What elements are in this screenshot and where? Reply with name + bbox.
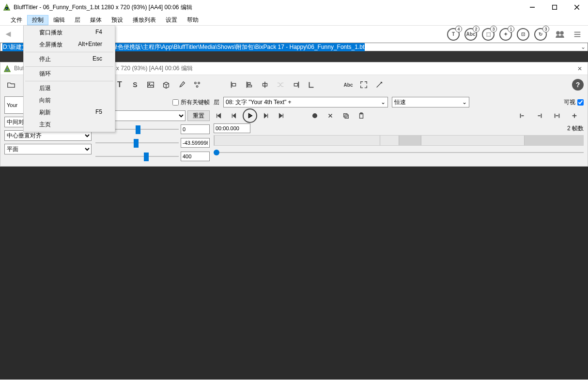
marker-range-icon[interactable] (552, 110, 562, 121)
marker-start-icon[interactable] (517, 110, 527, 121)
svg-rect-34 (345, 115, 348, 118)
plane-select[interactable]: 平面 (4, 144, 92, 154)
badge-rotate[interactable]: ↻3 (533, 27, 548, 42)
menu-playlist[interactable]: 播放列表 (128, 15, 161, 25)
reset-button[interactable]: 重置 (187, 110, 210, 121)
menu-settings[interactable]: 设置 (161, 15, 182, 25)
svg-point-1 (6, 7, 8, 9)
copy-icon[interactable] (340, 110, 351, 121)
users-icon[interactable] (553, 28, 567, 41)
cube-icon[interactable] (159, 78, 173, 92)
align-center-icon[interactable] (258, 78, 272, 92)
align-left2-icon[interactable] (243, 78, 256, 92)
frame-count: 2 帧数 (567, 124, 584, 133)
particles-icon[interactable] (190, 78, 204, 92)
menu-bar: 文件 控制 编辑 层 媒体 预设 播放列表 设置 帮助 (0, 15, 588, 25)
menu-forward[interactable]: 向前 (25, 94, 114, 107)
align-right-icon[interactable] (289, 78, 303, 92)
z-slider[interactable] (95, 152, 179, 161)
svg-rect-26 (248, 83, 250, 85)
align-l-icon[interactable] (305, 78, 318, 92)
menu-back[interactable]: 后退 (25, 82, 114, 94)
svg-point-6 (557, 31, 559, 34)
marker-center-icon[interactable] (569, 110, 580, 121)
svg-rect-18 (148, 82, 154, 88)
y-slider[interactable] (95, 138, 179, 148)
paste-icon[interactable] (356, 110, 367, 121)
menu-stop[interactable]: 停止Esc (25, 53, 114, 65)
panel-close-icon[interactable]: ✕ (575, 65, 585, 72)
list-icon[interactable] (571, 28, 584, 41)
menu-control[interactable]: 控制 (27, 15, 48, 25)
minimize-button[interactable] (521, 0, 543, 15)
text-s-icon[interactable]: S (128, 78, 142, 92)
x-value[interactable] (181, 124, 210, 134)
badge-image[interactable]: ⬚3 (480, 27, 496, 42)
eyedropper-icon[interactable] (175, 78, 188, 92)
prev-frame-icon[interactable] (228, 110, 239, 121)
open-icon[interactable] (4, 78, 18, 92)
menu-separator (25, 81, 113, 81)
menu-window-play[interactable]: 窗口播放F4 (25, 27, 114, 39)
badge-text[interactable]: T4 (446, 27, 461, 42)
menu-file[interactable]: 文件 (6, 15, 27, 25)
badge-effect[interactable]: ✦1 (498, 27, 513, 42)
z-value[interactable] (181, 152, 210, 161)
title-bar: BluffTitler - 06_Funny_Fonts_1.bt 1280 x… (0, 0, 588, 15)
svg-rect-3 (553, 5, 557, 10)
speed-select[interactable]: 恒速⌄ (392, 97, 469, 107)
window-title: BluffTitler - 06_Funny_Fonts_1.bt 1280 x… (14, 3, 521, 12)
align-left-icon[interactable] (227, 78, 241, 92)
timeline[interactable] (214, 135, 584, 146)
svg-point-22 (196, 86, 198, 88)
menu-preset[interactable]: 预设 (107, 15, 128, 25)
app-logo-icon (3, 3, 11, 11)
preview-viewport[interactable] (0, 167, 588, 380)
layer-select[interactable]: 08: 文字 "Your 4th Text" +⌄ (223, 97, 388, 107)
align-shuffle-icon[interactable] (274, 78, 287, 92)
delete-key-icon[interactable] (325, 110, 336, 121)
control-menu-dropdown: 窗口播放F4 全屏播放Alt+Enter 停止Esc 循环 后退 向前 刷新F5… (23, 25, 115, 132)
next-frame-icon[interactable] (261, 110, 272, 121)
menu-help[interactable]: 帮助 (182, 15, 203, 25)
svg-point-12 (6, 69, 8, 71)
menu-separator (25, 66, 113, 67)
image-icon[interactable] (144, 78, 157, 92)
first-frame-icon[interactable] (214, 110, 224, 121)
marker-end-icon[interactable] (534, 110, 545, 121)
chevron-down-icon[interactable]: ⌄ (581, 44, 586, 50)
close-button[interactable] (566, 0, 588, 15)
menu-loop[interactable]: 循环 (25, 68, 114, 80)
svg-rect-33 (344, 114, 347, 117)
svg-point-32 (313, 114, 317, 118)
svg-point-20 (195, 82, 197, 84)
record-icon[interactable] (309, 110, 320, 121)
scrubber[interactable] (214, 149, 584, 156)
menu-refresh[interactable]: 刷新F5 (25, 107, 114, 119)
visible-checkbox[interactable]: 可视 (564, 98, 584, 107)
time-input[interactable] (214, 123, 250, 133)
svg-point-21 (198, 82, 200, 84)
help-icon[interactable]: ? (572, 79, 584, 91)
last-frame-icon[interactable] (276, 110, 286, 121)
play-button[interactable] (243, 108, 257, 123)
layer-label: 层 (214, 98, 219, 107)
all-keyframes-checkbox[interactable]: 所有关键帧 (172, 98, 210, 107)
menu-home[interactable]: 主页 (25, 119, 114, 131)
menu-edit[interactable]: 编辑 (48, 15, 70, 25)
menu-media[interactable]: 媒体 (85, 15, 107, 25)
menu-layer[interactable]: 层 (70, 15, 85, 25)
wand-icon[interactable] (372, 78, 386, 92)
back-icon[interactable]: ◄ (4, 29, 18, 39)
badge-abc[interactable]: Abc2 (463, 27, 479, 42)
expand-icon[interactable] (357, 78, 371, 92)
menu-fullscreen-play[interactable]: 全屏播放Alt+Enter (25, 39, 114, 51)
svg-rect-24 (232, 83, 235, 86)
svg-rect-27 (248, 85, 251, 87)
abc-icon[interactable]: Abc (341, 78, 355, 92)
panel-logo-icon (3, 65, 11, 73)
maximize-button[interactable] (543, 0, 566, 15)
svg-rect-31 (294, 83, 297, 86)
badge-container[interactable]: ⊡ (515, 27, 531, 42)
y-value[interactable] (181, 138, 210, 148)
